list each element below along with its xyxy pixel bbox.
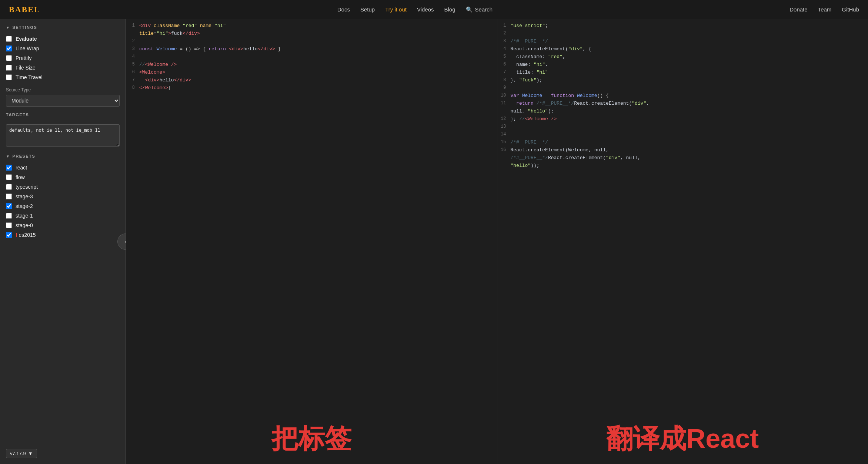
file-size-checkbox[interactable] bbox=[6, 65, 12, 71]
search-button[interactable]: 🔍 Search bbox=[466, 6, 493, 13]
code-line: null, "hello"); bbox=[497, 108, 868, 115]
line-number: 16 bbox=[497, 147, 511, 154]
preset-react-label: react bbox=[16, 165, 27, 171]
line-content: return /*#__PURE__*/React.createElement(… bbox=[511, 100, 868, 108]
nav-team[interactable]: Team bbox=[818, 6, 832, 13]
line-content: }; //<Welcome /> bbox=[511, 115, 868, 123]
line-content: </Welcome>| bbox=[139, 84, 497, 92]
line-number: 1 bbox=[126, 22, 139, 30]
preset-stage3-checkbox[interactable] bbox=[6, 194, 12, 199]
prettify-checkbox[interactable] bbox=[6, 55, 12, 61]
line-content: /*#__PURE__*/ bbox=[511, 38, 868, 46]
targets-input[interactable]: defaults, not ie 11, not ie_mob 11 bbox=[6, 124, 120, 147]
line-number: 3 bbox=[497, 38, 511, 46]
prettify-row[interactable]: Prettify bbox=[6, 53, 120, 63]
line-number: 5 bbox=[497, 53, 511, 61]
line-content: //<Welcome /> bbox=[139, 61, 497, 69]
line-number: 12 bbox=[497, 115, 511, 123]
preset-react-row[interactable]: react bbox=[6, 163, 120, 172]
line-content: const Welcome = () => { return <div>hell… bbox=[139, 46, 497, 53]
editors: 1 <div className="red" name="hi" title="… bbox=[126, 19, 868, 464]
line-content bbox=[511, 84, 868, 92]
code-line: 3 /*#__PURE__*/ bbox=[497, 38, 868, 46]
line-content: React.createElement(Welcome, null, bbox=[511, 147, 868, 154]
code-line: 1 <div className="red" name="hi" bbox=[126, 22, 497, 30]
preset-flow-row[interactable]: flow bbox=[6, 172, 120, 182]
code-line: 7 title: "hi" bbox=[497, 69, 868, 77]
file-size-label: File Size bbox=[16, 65, 36, 71]
nav-github[interactable]: GitHub bbox=[842, 6, 859, 13]
preset-stage2-row[interactable]: stage-2 bbox=[6, 201, 120, 211]
line-number: 8 bbox=[126, 84, 139, 92]
settings-section-title: ▼ SETTINGS bbox=[6, 25, 120, 30]
preset-stage0-checkbox[interactable] bbox=[6, 222, 12, 228]
evaluate-row[interactable]: Evaluate bbox=[6, 34, 120, 44]
nav-donate[interactable]: Donate bbox=[789, 6, 807, 13]
preset-stage2-checkbox[interactable] bbox=[6, 203, 12, 209]
presets-title: ▼ PRESETS bbox=[6, 154, 120, 158]
line-content: <div>hello</div> bbox=[139, 77, 497, 84]
line-content: name: "hi", bbox=[511, 61, 868, 69]
preset-typescript-row[interactable]: typescript bbox=[6, 182, 120, 192]
nav-links: Docs Setup Try it out Videos Blog 🔍 Sear… bbox=[52, 6, 778, 13]
evaluate-checkbox[interactable] bbox=[6, 36, 12, 42]
line-number: 15 bbox=[497, 139, 511, 147]
code-line: "hello")); bbox=[497, 162, 868, 170]
time-travel-label: Time Travel bbox=[16, 74, 43, 80]
line-content: "hello")); bbox=[511, 162, 868, 170]
preset-stage1-row[interactable]: stage-1 bbox=[6, 211, 120, 221]
code-line: 5 className: "red", bbox=[497, 53, 868, 61]
line-wrap-row[interactable]: Line Wrap bbox=[6, 44, 120, 53]
code-line: 1 "use strict"; bbox=[497, 22, 868, 30]
code-line: 4 bbox=[126, 53, 497, 61]
nav-videos[interactable]: Videos bbox=[417, 6, 434, 13]
preset-es2015-checkbox[interactable] bbox=[6, 232, 12, 238]
preset-stage3-label: stage-3 bbox=[16, 194, 33, 199]
nav-right: Donate Team GitHub bbox=[789, 6, 859, 13]
preset-stage1-checkbox[interactable] bbox=[6, 213, 12, 219]
left-editor[interactable]: 1 <div className="red" name="hi" title="… bbox=[126, 19, 497, 464]
nav-docs[interactable]: Docs bbox=[337, 6, 350, 13]
code-line: 2 bbox=[126, 38, 497, 46]
nav-setup[interactable]: Setup bbox=[360, 6, 375, 13]
version-badge[interactable]: v7.17.9 ▼ bbox=[6, 449, 37, 458]
main: ▼ SETTINGS Evaluate Line Wrap Prettify F… bbox=[0, 19, 868, 464]
line-number: 4 bbox=[126, 53, 139, 61]
logo[interactable]: BABEL bbox=[9, 5, 40, 14]
preset-stage3-row[interactable]: stage-3 bbox=[6, 192, 120, 201]
line-number: 7 bbox=[497, 69, 511, 77]
code-line: title="hi">fuck</div> bbox=[126, 30, 497, 38]
evaluate-label: Evaluate bbox=[16, 36, 37, 42]
file-size-row[interactable]: File Size bbox=[6, 63, 120, 73]
line-number: 6 bbox=[126, 69, 139, 77]
code-line: 3 const Welcome = () => { return <div>he… bbox=[126, 46, 497, 53]
source-type-select[interactable]: Module Script bbox=[6, 95, 120, 107]
left-code-area[interactable]: 1 <div className="red" name="hi" title="… bbox=[126, 19, 497, 464]
code-line: /*#__PURE__*/React.createElement("div", … bbox=[497, 154, 868, 162]
prettify-label: Prettify bbox=[16, 55, 32, 61]
nav-blog[interactable]: Blog bbox=[444, 6, 455, 13]
line-number: 10 bbox=[497, 92, 511, 100]
preset-stage0-row[interactable]: stage-0 bbox=[6, 221, 120, 230]
time-travel-row[interactable]: Time Travel bbox=[6, 73, 120, 82]
preset-stage1-label: stage-1 bbox=[16, 213, 33, 219]
line-wrap-checkbox[interactable] bbox=[6, 46, 12, 51]
preset-es2015-label: ! es2015 bbox=[16, 232, 36, 238]
nav-try-it-out[interactable]: Try it out bbox=[385, 6, 407, 13]
line-content bbox=[139, 53, 497, 61]
code-line: 10 var Welcome = function Welcome() { bbox=[497, 92, 868, 100]
preset-typescript-checkbox[interactable] bbox=[6, 184, 12, 190]
time-travel-checkbox[interactable] bbox=[6, 74, 12, 80]
preset-flow-checkbox[interactable] bbox=[6, 174, 12, 180]
right-code-area[interactable]: 1 "use strict"; 2 3 /*#__PURE__*/ 4 Reac… bbox=[497, 19, 868, 464]
code-line: 6 name: "hi", bbox=[497, 61, 868, 69]
sidebar: ▼ SETTINGS Evaluate Line Wrap Prettify F… bbox=[0, 19, 126, 464]
line-content bbox=[511, 123, 868, 131]
line-number: 4 bbox=[497, 46, 511, 53]
line-content: React.createElement("div", { bbox=[511, 46, 868, 53]
exclamation-icon: ! bbox=[16, 232, 17, 238]
targets-section: TARGETS defaults, not ie 11, not ie_mob … bbox=[6, 112, 120, 148]
preset-es2015-row[interactable]: ! es2015 bbox=[6, 230, 120, 240]
preset-react-checkbox[interactable] bbox=[6, 165, 12, 171]
right-editor[interactable]: 1 "use strict"; 2 3 /*#__PURE__*/ 4 Reac… bbox=[497, 19, 868, 464]
